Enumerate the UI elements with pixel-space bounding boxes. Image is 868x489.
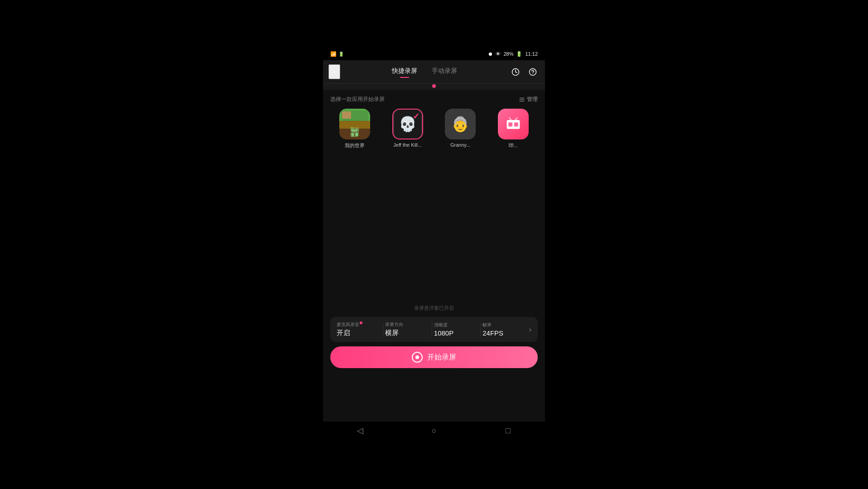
bilibili-icon (498, 109, 529, 139)
bilibili-label: 哔... (509, 142, 518, 149)
settings-row[interactable]: 麦克风录音 开启 录屏方向 横屏 清晰度 1080P 帧率 24FPS › (330, 317, 538, 342)
back-button[interactable]: ‹ (328, 64, 340, 79)
orientation-setting: 录屏方向 横屏 (385, 321, 429, 337)
signal-icon: 🔋 (338, 52, 344, 57)
jeff-icon-wrapper: 💀 (392, 109, 423, 139)
eye-icon: 👁 (496, 51, 501, 57)
bilibili-icon-wrapper (498, 109, 529, 139)
svg-line-9 (509, 118, 511, 120)
granny-icon-wrapper: 👵 (445, 109, 476, 139)
fps-value: 24FPS (482, 329, 527, 337)
battery-icon: 🔋 (516, 51, 522, 57)
tab-indicator-row (323, 84, 545, 90)
app-item-bilibili[interactable]: 哔... (489, 109, 538, 149)
header-icons (509, 65, 540, 79)
svg-line-10 (515, 118, 517, 120)
minecraft-icon-wrapper: 我的世界 (339, 109, 370, 139)
header: ‹ 快捷录屏 手动录屏 (323, 60, 545, 84)
mic-active-dot (360, 321, 362, 324)
minecraft-label: 我的世界 (345, 142, 365, 149)
minecraft-icon: 我的世界 (339, 109, 370, 139)
granny-icon: 👵 (445, 109, 476, 139)
svg-rect-8 (514, 122, 518, 126)
start-recording-label: 开始录屏 (427, 353, 456, 362)
nav-home-button[interactable]: ○ (425, 422, 443, 440)
tabs-container: 快捷录屏 手动录屏 (340, 67, 509, 77)
status-left: 📶 🔋 (330, 51, 344, 57)
wifi-icon: 📶 (330, 51, 337, 57)
svg-rect-7 (508, 122, 512, 126)
history-icon[interactable] (509, 65, 522, 79)
bottom-navigation: ◁ ○ □ (323, 422, 545, 441)
quality-value: 1080P (434, 329, 478, 337)
manage-button[interactable]: 管理 (519, 96, 538, 103)
fps-setting: 帧率 24FPS (482, 322, 527, 337)
record-button-icon (412, 352, 423, 363)
app-item-jeff[interactable]: 💀 Jeff the Kill... (383, 109, 433, 149)
tab-indicator-dot (432, 84, 436, 88)
mic-value: 开启 (337, 329, 381, 337)
nav-recents-button[interactable]: □ (499, 422, 517, 440)
phone-frame: 📶 🔋 ⏺ 👁 28% 🔋 11:12 ‹ 快捷录屏 手动录屏 (323, 48, 545, 441)
orientation-label: 录屏方向 (385, 321, 429, 328)
bottom-info: 录屏悬浮窗已开启 (323, 301, 545, 317)
settings-chevron-icon: › (529, 326, 531, 334)
tab-quick-record[interactable]: 快捷录屏 (392, 67, 417, 77)
jeff-icon: 💀 (393, 109, 422, 139)
granny-label: Granny... (450, 142, 470, 148)
content-spacer (323, 156, 545, 301)
section-header: 选择一款应用开始录屏 管理 (323, 90, 545, 107)
app-item-minecraft[interactable]: 我的世界 我的世界 (330, 109, 380, 149)
tab-manual-record[interactable]: 手动录屏 (432, 67, 457, 77)
mic-label: 麦克风录音 (337, 321, 381, 328)
divider-1 (383, 323, 383, 336)
float-window-hint: 录屏悬浮窗已开启 (330, 305, 538, 312)
main-content: 选择一款应用开始录屏 管理 (323, 90, 545, 422)
divider-2 (432, 323, 432, 336)
manage-label: 管理 (527, 96, 538, 103)
nav-back-button[interactable]: ◁ (351, 422, 369, 440)
app-item-granny[interactable]: 👵 Granny... (436, 109, 485, 149)
mic-setting: 麦克风录音 开启 (337, 321, 381, 337)
start-recording-button[interactable]: 开始录屏 (330, 346, 538, 368)
help-icon[interactable] (526, 65, 540, 79)
orientation-value: 横屏 (385, 329, 429, 337)
fps-label: 帧率 (482, 322, 527, 328)
screen-record-indicator: ⏺ (488, 51, 493, 57)
time-display: 11:12 (525, 51, 538, 57)
jeff-label: Jeff the Kill... (393, 142, 422, 148)
app-grid: 我的世界 我的世界 💀 Jeff the Kill... (323, 107, 545, 156)
divider-3 (480, 323, 481, 336)
section-title: 选择一款应用开始录屏 (330, 96, 385, 103)
quality-label: 清晰度 (434, 322, 478, 328)
quality-setting: 清晰度 1080P (434, 322, 478, 337)
status-right: ⏺ 👁 28% 🔋 11:12 (488, 51, 538, 57)
battery-percent: 28% (503, 51, 513, 57)
status-bar: 📶 🔋 ⏺ 👁 28% 🔋 11:12 (323, 48, 545, 60)
